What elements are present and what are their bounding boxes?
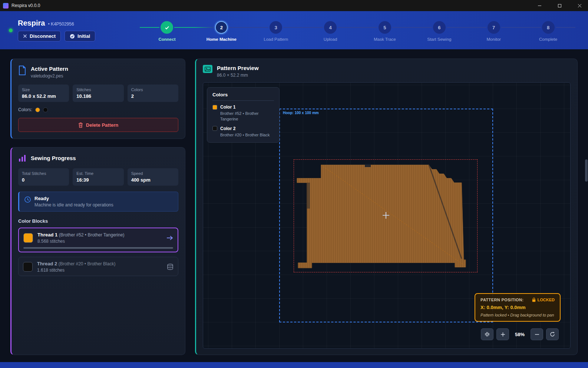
- step-complete[interactable]: 8 Complete: [521, 21, 575, 42]
- step-mask-trace-circle: 5: [379, 21, 391, 34]
- colors-legend: Colors Color 1 Brother #52 • Brother Tan…: [207, 87, 280, 143]
- preview-canvas[interactable]: Colors Color 1 Brother #52 • Brother Tan…: [203, 82, 571, 349]
- color-dot-2: [43, 107, 48, 112]
- disconnect-label: Disconnect: [30, 33, 56, 39]
- bar-chart-icon: [18, 154, 26, 162]
- thread-1-row[interactable]: Thread 1 (Brother #52 • Brother Tangerin…: [18, 228, 178, 252]
- status-title: Ready: [34, 196, 113, 201]
- footer-strip: [0, 362, 588, 368]
- document-icon: [18, 66, 26, 75]
- legend-item-color2: Color 2 Brother #20 • Brother Black: [212, 126, 274, 138]
- color-blocks-label: Color Blocks: [18, 218, 178, 224]
- step-load-pattern[interactable]: 3 Load Pattern: [249, 21, 303, 42]
- reset-view-button[interactable]: [546, 328, 559, 340]
- stat-est-time-label: Est. Time: [76, 171, 120, 176]
- stat-total-stitches-value: 0: [22, 177, 65, 183]
- image-icon: [203, 65, 212, 73]
- stat-est-time: Est. Time 16:39: [73, 168, 123, 186]
- check-icon: [164, 25, 170, 30]
- hoop-label: Hoop: 100 x 100 mm: [283, 111, 319, 115]
- thread-2-row[interactable]: Thread 2 (Brother #20 • Brother Black) 1…: [18, 257, 178, 276]
- stat-speed-label: Speed: [131, 171, 175, 176]
- step-load-pattern-label: Load Pattern: [264, 37, 288, 42]
- legend-name-2: Color 2: [220, 126, 235, 131]
- step-start-sewing[interactable]: 6 Start Sewing: [412, 21, 466, 42]
- stat-colors-label: Colors: [131, 87, 175, 92]
- position-coords: X: 0.0mm, Y: 0.0mm: [480, 305, 555, 310]
- step-connect-label: Connect: [158, 37, 175, 42]
- pattern-position-box: PATTERN POSITION: LOCKED X: 0.0mm, Y: 0.…: [475, 293, 561, 322]
- color-dot-1: [35, 107, 40, 112]
- zoom-in-button[interactable]: [496, 328, 509, 340]
- step-home-machine[interactable]: 2 Home Machine: [194, 21, 249, 42]
- step-connect-circle: [161, 21, 173, 34]
- window-scrollbar[interactable]: [585, 11, 588, 362]
- minimize-button[interactable]: [531, 0, 548, 11]
- main-content: Active Pattern valetudogv2.pes Size 86.0…: [0, 49, 588, 362]
- trash-icon: [78, 122, 83, 128]
- maximize-icon: [558, 4, 562, 8]
- scrollbar-thumb[interactable]: [585, 159, 588, 182]
- legend-item-color1: Color 1 Brother #52 • Brother Tangerine: [212, 105, 274, 122]
- window-title: Respira v0.0.0: [11, 3, 40, 8]
- step-upload[interactable]: 4 Upload: [303, 21, 358, 42]
- step-home-machine-circle: 2: [215, 21, 228, 34]
- center-crosshair-icon: [383, 212, 389, 219]
- stat-speed: Speed 400 spm: [128, 168, 178, 186]
- legend-detail-1: Brother #52 • Brother Tangerine: [220, 111, 274, 122]
- thread-2-detail: (Brother #20 • Brother Black): [59, 261, 116, 266]
- app-name: Respira: [18, 19, 45, 27]
- sewing-progress-title: Sewing Progress: [31, 155, 76, 161]
- minimize-icon: [538, 4, 542, 8]
- thread-1-detail: (Brother #52 • Brother Tangerine): [59, 232, 125, 238]
- arrow-right-icon: [166, 235, 173, 241]
- thread-2-name: Thread 2: [37, 261, 57, 266]
- step-monitor[interactable]: 7 Monitor: [466, 21, 521, 42]
- step-mask-trace-label: Mask Trace: [374, 37, 396, 42]
- stat-colors: Colors 2: [128, 84, 178, 102]
- delete-pattern-label: Delete Pattern: [86, 122, 118, 128]
- thread-1-progress-bar: [23, 247, 173, 249]
- refresh-icon: [550, 332, 555, 337]
- maximize-button[interactable]: [551, 0, 568, 11]
- locked-badge: LOCKED: [538, 298, 555, 302]
- thread-2-stitches: 1.618 stitches: [37, 268, 162, 273]
- step-load-pattern-circle: 3: [270, 21, 282, 34]
- step-home-machine-label: Home Machine: [207, 37, 237, 42]
- stat-size-value: 86.0 x 52.2 mm: [22, 93, 65, 99]
- status-message: Machine is idle and ready for operations: [34, 202, 113, 208]
- zoom-controls: 58%: [481, 328, 559, 340]
- preview-title: Pattern Preview: [217, 65, 259, 71]
- thread-1-stitches: 8.568 stitches: [37, 239, 162, 244]
- app-window: Respira v0.0.0 Respira • K4P502956 Disco…: [0, 0, 588, 368]
- close-button[interactable]: [571, 0, 588, 11]
- active-pattern-card: Active Pattern valetudogv2.pes Size 86.0…: [10, 59, 185, 139]
- step-connect[interactable]: Connect: [140, 21, 194, 42]
- zoom-out-button[interactable]: [531, 328, 543, 340]
- stat-stitches: Stitches 10.186: [73, 84, 123, 102]
- lock-icon: [532, 298, 536, 302]
- check-circle-icon: [70, 34, 75, 39]
- step-start-sewing-label: Start Sewing: [427, 37, 451, 42]
- stat-stitches-label: Stitches: [76, 87, 120, 92]
- zoom-level: 58%: [512, 332, 528, 337]
- stat-size: Size 86.0 x 52.2 mm: [18, 84, 69, 102]
- colors-label: Colors:: [18, 107, 32, 112]
- sewing-progress-card: Sewing Progress Total Stitches 0 Est. Ti…: [10, 147, 185, 355]
- position-title: PATTERN POSITION:: [480, 298, 523, 302]
- delete-pattern-button[interactable]: Delete Pattern: [18, 118, 178, 132]
- fit-to-screen-button[interactable]: [481, 328, 493, 340]
- legend-swatch-2: [212, 126, 217, 131]
- stat-total-stitches: Total Stitches 0: [18, 168, 69, 186]
- initial-button[interactable]: Initial: [65, 31, 95, 42]
- header: Respira • K4P502956 Disconnect Initial: [0, 11, 588, 49]
- step-complete-circle: 8: [542, 21, 555, 34]
- pattern-preview-panel: Pattern Preview 86.0 × 52.2 mm Colors Co…: [195, 59, 578, 355]
- legend-swatch-1: [212, 105, 217, 110]
- legend-title: Colors: [212, 92, 274, 101]
- stat-colors-value: 2: [131, 93, 175, 99]
- step-mask-trace[interactable]: 5 Mask Trace: [358, 21, 412, 42]
- fit-screen-icon: [485, 332, 490, 337]
- workflow-stepper: Connect 2 Home Machine 3 Load Pattern 4 …: [140, 21, 575, 42]
- disconnect-button[interactable]: Disconnect: [18, 31, 61, 42]
